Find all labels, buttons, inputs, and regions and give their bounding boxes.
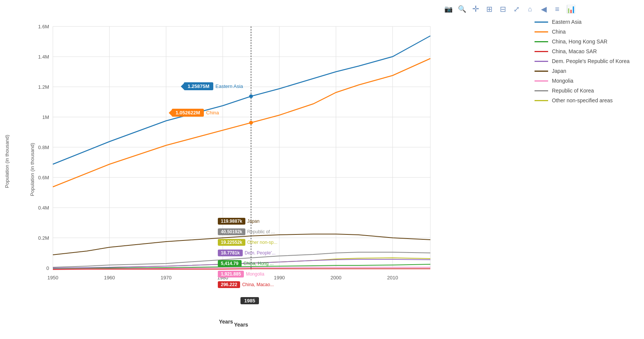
svg-text:2000: 2000 xyxy=(331,275,342,280)
legend-item-japan: Japan xyxy=(535,68,633,74)
svg-text:0.4M: 0.4M xyxy=(38,205,49,211)
x-axis-label: Years xyxy=(234,322,248,328)
chart-container: 📷 🔍 ✛ ⊞ ⊟ ⤢ ⌂ ◀ ≡ 📊 Eastern Asia China C… xyxy=(0,0,644,339)
tooltip-macao-label: China, Macao... xyxy=(242,282,274,287)
tooltip-hk-label: China, Hong ... xyxy=(243,261,274,266)
svg-text:0.6M: 0.6M xyxy=(38,175,49,180)
svg-text:0.8M: 0.8M xyxy=(38,145,49,150)
tooltip-other: 19.22552k Other non-sp... xyxy=(218,239,277,246)
legend-label-macao: China, Macao SAR xyxy=(552,48,597,54)
legend-line-eastern-asia xyxy=(535,22,548,23)
svg-text:1.2M: 1.2M xyxy=(38,84,49,90)
x-axis-label: Years xyxy=(219,319,233,325)
tooltip-dprk-label: Dem. People'... xyxy=(245,250,276,256)
plus-icon[interactable]: ✛ xyxy=(470,4,481,14)
chart-svg: 1.6M 1.4M 1.2M 1M 0.8M 0.6M 0.4M 0.2M 0 … xyxy=(30,15,517,313)
legend-item-eastern-asia: Eastern Asia xyxy=(535,19,633,25)
tooltip-hk: 5,414.79 China, Hong ... xyxy=(218,260,274,267)
svg-text:1.4M: 1.4M xyxy=(38,54,49,60)
legend-line-japan xyxy=(535,71,548,72)
svg-text:1970: 1970 xyxy=(161,275,172,280)
tooltip-china-value: 1.052622M xyxy=(176,110,200,116)
svg-point-34 xyxy=(249,94,253,98)
tooltip-japan-value: 119.9887k xyxy=(221,219,242,224)
legend-label-japan: Japan xyxy=(552,68,566,74)
legend-label-eastern-asia: Eastern Asia xyxy=(552,19,582,25)
camera-icon[interactable]: 📷 xyxy=(443,4,454,14)
legend-line-mongolia xyxy=(535,80,548,82)
tooltip-eastern-asia-label: Eastern Asia xyxy=(216,83,243,89)
tooltip-other-value: 19.22552k xyxy=(221,240,242,245)
legend-item-china: China xyxy=(535,29,633,35)
svg-text:1M: 1M xyxy=(42,114,49,120)
legend-item-hk: China, Hong Kong SAR xyxy=(535,39,633,45)
tooltip-japan-label: Japan xyxy=(247,219,260,224)
tooltip-mongolia-value: 1,921.885 xyxy=(221,271,241,277)
svg-text:2010: 2010 xyxy=(387,275,398,280)
tooltip-eastern-asia-value: 1.25875M xyxy=(188,83,210,89)
tooltip-mongolia: 1,921.885 Mongolia xyxy=(218,271,264,277)
menu-icon[interactable]: ≡ xyxy=(552,4,562,14)
tooltip-dprk: 18.7781k Dem. People'... xyxy=(218,250,276,256)
legend-item-macao: China, Macao SAR xyxy=(535,48,633,54)
tooltip-rok-value: 40.50192k xyxy=(221,229,242,234)
tooltip-hk-value: 5,414.79 xyxy=(221,261,239,266)
legend-label-dprk: Dem. People's Republic of Korea xyxy=(552,58,630,64)
legend-item-other: Other non-specified areas xyxy=(535,97,633,103)
legend-label-other: Other non-specified areas xyxy=(552,97,613,103)
toolbar: 📷 🔍 ✛ ⊞ ⊟ ⤢ ⌂ ◀ ≡ 📊 xyxy=(443,4,576,14)
y-axis-label: Population (in thousand) xyxy=(4,135,10,188)
legend-line-china xyxy=(535,31,548,32)
tooltip-rok-label: Republic of ... xyxy=(247,229,275,234)
tooltip-japan: 119.9887k Japan xyxy=(218,218,259,225)
remove-box-icon[interactable]: ⊟ xyxy=(498,4,508,14)
chart-type-icon[interactable]: 📊 xyxy=(565,4,576,14)
legend-line-rok xyxy=(535,90,548,91)
year-badge: 1985 xyxy=(240,297,259,304)
legend-label-mongolia: Mongolia xyxy=(552,78,573,84)
legend-line-other xyxy=(535,100,548,101)
zoom-icon[interactable]: 🔍 xyxy=(457,4,467,14)
legend-item-mongolia: Mongolia xyxy=(535,78,633,84)
tooltip-other-label: Other non-sp... xyxy=(247,240,277,245)
svg-text:0: 0 xyxy=(46,265,49,271)
legend-label-china: China xyxy=(552,29,566,35)
tooltip-china-label: China xyxy=(206,110,219,116)
svg-point-35 xyxy=(249,121,253,125)
tooltip-mongolia-label: Mongolia xyxy=(246,271,264,277)
legend-label-rok: Republic of Korea xyxy=(552,88,594,94)
back-icon[interactable]: ◀ xyxy=(538,4,549,14)
legend: Eastern Asia China China, Hong Kong SAR … xyxy=(535,19,633,107)
add-box-icon[interactable]: ⊞ xyxy=(484,4,495,14)
tooltip-macao-value: 296.222 xyxy=(221,282,237,287)
legend-label-hk: China, Hong Kong SAR xyxy=(552,39,607,45)
legend-line-macao xyxy=(535,51,548,52)
home-icon[interactable]: ⌂ xyxy=(525,4,535,14)
tooltip-macao: 296.222 China, Macao... xyxy=(218,281,274,288)
tooltip-rok: 40.50192k Republic of ... xyxy=(218,228,275,235)
tooltip-china: 1.052622M China xyxy=(172,109,219,117)
tooltip-dprk-value: 18.7781k xyxy=(221,250,240,256)
legend-item-rok: Republic of Korea xyxy=(535,88,633,94)
svg-text:1.6M: 1.6M xyxy=(38,24,49,29)
svg-text:1990: 1990 xyxy=(274,275,285,280)
legend-line-hk xyxy=(535,41,548,42)
svg-text:0.2M: 0.2M xyxy=(38,235,49,241)
legend-item-dprk: Dem. People's Republic of Korea xyxy=(535,58,633,64)
svg-text:1950: 1950 xyxy=(48,275,59,280)
tooltip-eastern-asia: 1.25875M Eastern Asia xyxy=(184,82,243,90)
expand-icon[interactable]: ⤢ xyxy=(511,4,522,14)
legend-line-dprk xyxy=(535,61,548,62)
svg-text:1960: 1960 xyxy=(104,275,115,280)
